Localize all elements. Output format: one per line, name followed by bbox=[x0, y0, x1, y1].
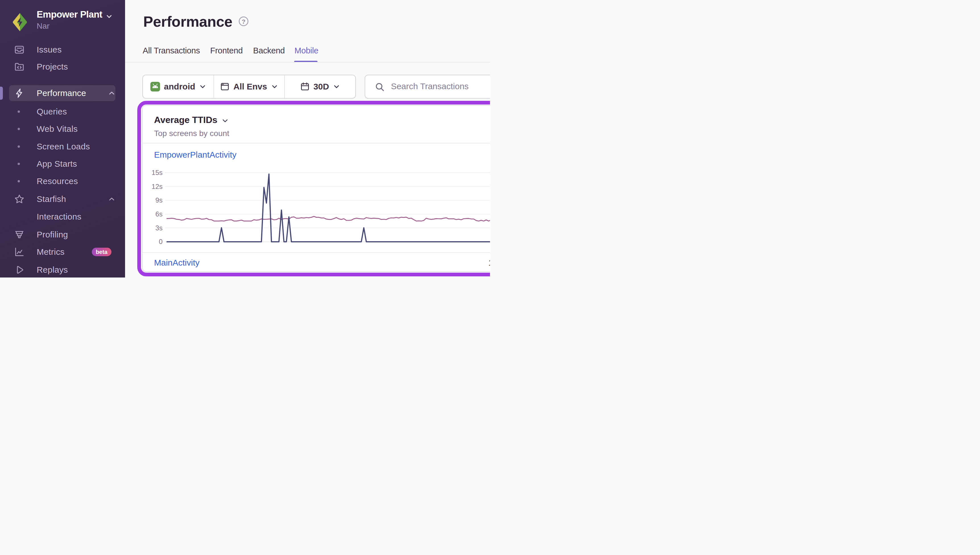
svg-text:3s: 3s bbox=[156, 224, 162, 232]
svg-text:0: 0 bbox=[159, 238, 162, 245]
svg-text:12s: 12s bbox=[151, 183, 162, 190]
svg-text:9s: 9s bbox=[156, 196, 162, 204]
svg-text:15s: 15s bbox=[151, 169, 162, 176]
svg-text:6s: 6s bbox=[156, 210, 162, 218]
